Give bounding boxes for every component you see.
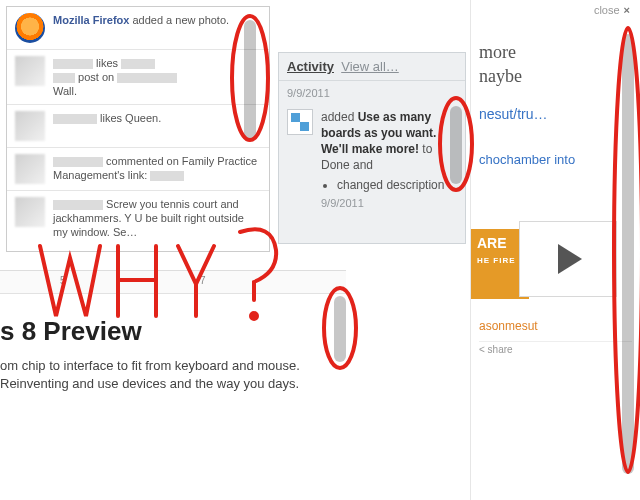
avatar (15, 154, 45, 184)
document-heading: s 8 Preview (0, 316, 346, 347)
feed-item[interactable]: Screw you tennis court and jackhammers. … (7, 191, 269, 245)
activity-date: 9/9/2011 (287, 85, 457, 101)
activity-bullet: changed description (337, 177, 457, 193)
feed-item[interactable]: Mozilla Firefox added a new photo. (7, 7, 269, 50)
trello-activity: Activity View all… 9/9/2011 added Use as… (278, 52, 466, 244)
activity-date: 9/9/2011 (321, 195, 457, 211)
firefox-icon (15, 13, 45, 43)
document-body: om chip to interface to fit from keyboar… (0, 357, 330, 393)
right-sidebar: close× more naybe nesut/tru… chochamber … (470, 0, 640, 500)
sidebar-link[interactable]: nesut/tru… (479, 106, 632, 122)
feed-text: added a new photo. (129, 14, 229, 26)
document-editor: 5 7 s 8 Preview om chip to interface to … (0, 270, 346, 500)
feed-user: Mozilla Firefox (53, 14, 129, 26)
view-all-link[interactable]: View all… (341, 59, 399, 74)
feed-text: likes Queen. (97, 112, 161, 124)
trello-icon (287, 109, 313, 135)
feed-item[interactable]: likes post on Wall. (7, 50, 269, 105)
activity-heading: Activity (287, 59, 334, 74)
ruler: 5 7 (0, 271, 346, 294)
serif-text: more (479, 40, 632, 64)
sidebar-link[interactable]: chochamber into (479, 152, 632, 167)
scrollbar[interactable] (244, 20, 256, 140)
scrollbar[interactable] (622, 34, 634, 474)
scrollbar[interactable] (334, 296, 346, 362)
facebook-feed: Mozilla Firefox added a new photo. likes… (6, 6, 270, 252)
close-icon[interactable]: × (624, 4, 630, 16)
play-button[interactable] (519, 221, 617, 297)
avatar (15, 111, 45, 141)
feed-item[interactable]: commented on Family Practice Management'… (7, 148, 269, 191)
serif-text: naybe (479, 64, 632, 88)
promo-block: ARE HE FIRE (479, 195, 632, 315)
share-bar[interactable]: < share (479, 341, 632, 360)
avatar (15, 56, 45, 86)
scrollbar[interactable] (450, 106, 462, 184)
author-link[interactable]: asonmesut (479, 319, 632, 333)
close-button[interactable]: close× (594, 4, 630, 16)
avatar (15, 197, 45, 227)
feed-item[interactable]: likes Queen. (7, 105, 269, 148)
